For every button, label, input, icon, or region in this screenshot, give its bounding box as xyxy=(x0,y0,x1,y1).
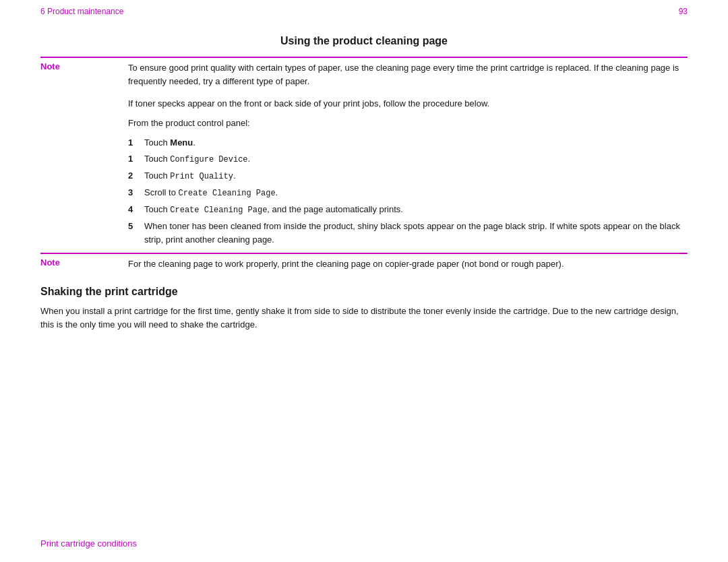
main-content: Using the product cleaning page Note To … xyxy=(0,22,728,346)
header-left: 6 Product maintenance xyxy=(40,7,123,16)
list-item: 5 When toner has been cleaned from insid… xyxy=(128,220,688,246)
list-item: 1 Touch Menu. xyxy=(128,136,688,150)
note1-row: Note To ensure good print quality with c… xyxy=(40,61,688,88)
list-item: 2 Touch Print Quality. xyxy=(128,169,688,183)
step-content-5: When toner has been cleaned from inside … xyxy=(144,220,688,246)
step-content-1b: Touch Configure Device. xyxy=(144,152,688,166)
step-num-1b: 1 xyxy=(128,152,144,166)
list-item: 3 Scroll to Create Cleaning Page. xyxy=(128,186,688,199)
header-right: 93 xyxy=(679,7,688,16)
note2-text: For the cleaning page to work properly, … xyxy=(128,257,688,271)
section2-container: Shaking the print cartridge When you ins… xyxy=(40,286,688,333)
footer-link[interactable]: Print cartridge conditions xyxy=(40,538,137,549)
note2-label: Note xyxy=(40,257,128,268)
note1-label: Note xyxy=(40,61,128,71)
page-container: 6 Product maintenance 93 Using the produ… xyxy=(0,0,728,562)
note2-wrapper: Note For the cleaning page to work prope… xyxy=(40,253,688,271)
header-bar: 6 Product maintenance 93 xyxy=(0,0,728,22)
steps-list: 1 Touch Menu. 1 Touch Configure Device. … xyxy=(40,136,688,247)
step-num-3: 3 xyxy=(128,186,144,199)
step-num-5: 5 xyxy=(128,220,144,233)
step-content-2: Touch Print Quality. xyxy=(144,169,688,183)
note1-wrapper: Note To ensure good print quality with c… xyxy=(40,57,688,88)
step-num-2: 2 xyxy=(128,169,144,183)
section1-title: Using the product cleaning page xyxy=(40,35,688,47)
step-content-1a: Touch Menu. xyxy=(144,136,688,150)
step-content-3: Scroll to Create Cleaning Page. xyxy=(144,186,688,199)
note1-text: To ensure good print quality with certai… xyxy=(128,61,688,88)
list-item: 4 Touch Create Cleaning Page, and the pa… xyxy=(128,203,688,216)
note2-row: Note For the cleaning page to work prope… xyxy=(40,257,688,271)
step-num-4: 4 xyxy=(128,203,144,216)
body-text-1: If toner specks appear on the front or b… xyxy=(40,97,688,111)
section2-body: When you install a print cartridge for t… xyxy=(40,305,688,333)
step-content-4: Touch Create Cleaning Page, and the page… xyxy=(144,203,688,216)
section2-title: Shaking the print cartridge xyxy=(40,286,688,298)
body-text-2: From the product control panel: xyxy=(40,117,688,131)
step-num-1a: 1 xyxy=(128,136,144,150)
list-item: 1 Touch Configure Device. xyxy=(128,152,688,166)
